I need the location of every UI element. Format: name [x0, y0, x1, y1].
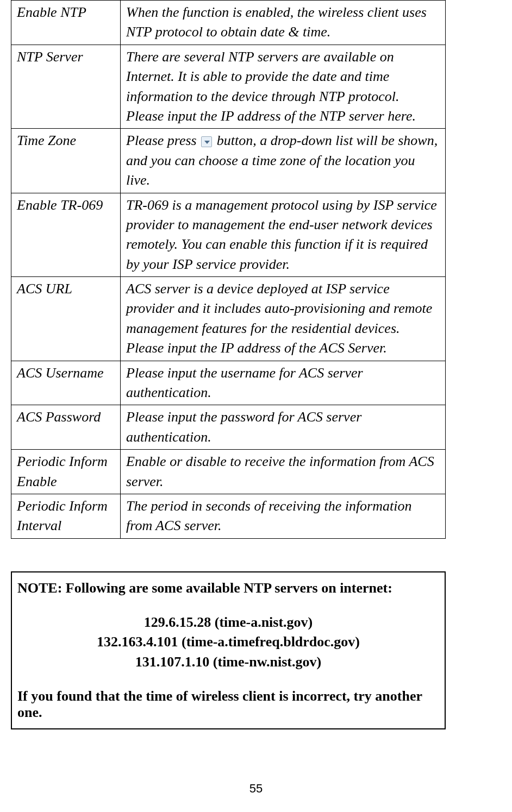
ntp-server-entry: 129.6.15.28 (time-a.nist.gov)	[17, 613, 439, 632]
desc-before: Please press	[126, 133, 200, 148]
param-desc: Please input the username for ACS server…	[121, 361, 446, 405]
param-label: Time Zone	[11, 129, 121, 193]
table-row: ACS Username Please input the username f…	[11, 361, 446, 405]
param-desc: The period in seconds of receiving the i…	[121, 494, 446, 538]
table-row: Periodic Inform Enable Enable or disable…	[11, 450, 446, 494]
param-desc: ACS server is a device deployed at ISP s…	[121, 277, 446, 361]
table-row: Time Zone Please press button, a drop-do…	[11, 129, 446, 193]
param-desc: Please input the password for ACS server…	[121, 405, 446, 450]
param-label: ACS URL	[11, 277, 121, 361]
param-desc: There are several NTP servers are availa…	[121, 45, 446, 129]
param-desc: Please press button, a drop-down list wi…	[121, 129, 446, 193]
param-desc: TR-069 is a management protocol using by…	[121, 193, 446, 277]
param-desc: Enable or disable to receive the informa…	[121, 450, 446, 494]
param-label: ACS Username	[11, 361, 121, 405]
param-label: Enable TR-069	[11, 193, 121, 277]
note-title: NOTE: Following are some available NTP s…	[17, 580, 439, 596]
table-row: Enable TR-069 TR-069 is a management pro…	[11, 193, 446, 277]
ntp-server-entry: 131.107.1.10 (time-nw.nist.gov)	[17, 652, 439, 672]
param-label: Periodic Inform Interval	[11, 494, 121, 538]
param-label: Periodic Inform Enable	[11, 450, 121, 494]
note-box: NOTE: Following are some available NTP s…	[11, 571, 446, 729]
parameters-table: Enable NTP When the function is enabled,…	[11, 0, 446, 539]
table-row: ACS Password Please input the password f…	[11, 405, 446, 450]
param-label: NTP Server	[11, 45, 121, 129]
table-row: Enable NTP When the function is enabled,…	[11, 1, 446, 45]
table-row: ACS URL ACS server is a device deployed …	[11, 277, 446, 361]
table-row: Periodic Inform Interval The period in s…	[11, 494, 446, 538]
note-servers: 129.6.15.28 (time-a.nist.gov) 132.163.4.…	[17, 613, 439, 672]
param-label: ACS Password	[11, 405, 121, 450]
param-desc: When the function is enabled, the wirele…	[121, 1, 446, 45]
param-label: Enable NTP	[11, 1, 121, 45]
table-row: NTP Server There are several NTP servers…	[11, 45, 446, 129]
page-number: 55	[0, 782, 512, 796]
chevron-down-icon	[201, 136, 212, 147]
ntp-server-entry: 132.163.4.101 (time-a.timefreq.bldrdoc.g…	[17, 632, 439, 652]
note-footer: If you found that the time of wireless c…	[17, 688, 439, 721]
